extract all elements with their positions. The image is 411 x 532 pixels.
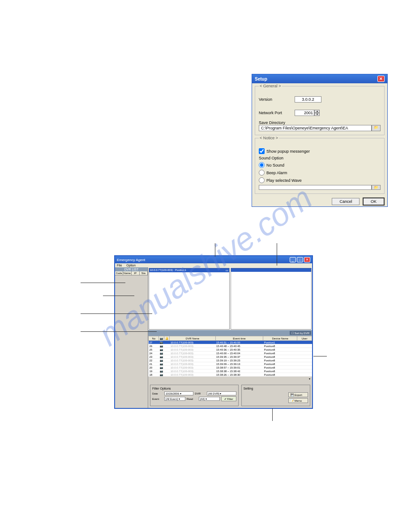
col-sta[interactable]: Sta — [140, 271, 148, 275]
col-ip[interactable]: IP — [132, 271, 140, 275]
port-input[interactable] — [295, 110, 314, 116]
callout-line — [277, 243, 278, 266]
callout-line — [81, 283, 125, 283]
table-row[interactable]: 19📷10.0.0.77(100-003)15:38:38 ~ 15:38:42… — [149, 369, 312, 373]
dvr-label: DVR — [195, 392, 206, 395]
callout-line — [215, 243, 216, 257]
callout-line — [81, 313, 152, 314]
browse-icon[interactable]: 📁 — [372, 125, 381, 131]
wave-browse-icon[interactable]: 📁 — [372, 185, 381, 190]
export-button[interactable]: 💾 Export — [288, 392, 308, 397]
read-label: Read — [187, 398, 197, 400]
setting-panel: Setting 💾 Export 📝 Memo — [241, 385, 310, 406]
read-select[interactable]: [All] ▾ — [199, 397, 220, 401]
filter-title: Filter Options — [152, 387, 236, 390]
filter-button[interactable]: ✔ Filter — [221, 396, 236, 401]
notice-legend: < Notice > — [259, 136, 279, 140]
menu-file[interactable]: File — [117, 264, 122, 267]
savedir-input[interactable]: C:\Program Files\Openeye\Emergency Agent… — [259, 125, 372, 131]
setup-titlebar: Setup ✕ — [252, 74, 387, 83]
th-user[interactable]: User — [297, 336, 312, 341]
grid-toolbar: ☐ Sort by DVR — [148, 330, 312, 336]
col-name[interactable]: Name — [123, 271, 131, 275]
close-icon[interactable]: ✕ — [377, 76, 385, 82]
memo-button[interactable]: 📝 Memo — [288, 398, 308, 403]
table-row[interactable]: 26📷10.0.0.77(100-003)15:40:48 ~ 15:40:45… — [149, 344, 312, 348]
playwave-label: Play selected Wave — [266, 178, 302, 183]
beep-label: Beep Alarm — [266, 171, 287, 175]
sidebar-title: DVR LIST — [115, 267, 148, 271]
menu-option[interactable]: Option — [126, 264, 136, 267]
video1-title: 10.0.0.77(100-003) : Position1 — [150, 269, 186, 272]
table-row[interactable]: 20📷10.0.0.77(100-003)15:38:57 ~ 15:39:01… — [149, 366, 312, 369]
setting-title: Setting — [244, 387, 308, 390]
col-code[interactable]: Code — [115, 271, 123, 275]
version-label: Version — [259, 97, 295, 102]
port-label: Network Port — [259, 111, 295, 115]
setup-dialog: Setup ✕ < General > Version 3.0.0.2 Netw… — [252, 74, 388, 207]
th-no[interactable]: No — [149, 336, 159, 341]
date-select[interactable]: 10/26/2006 ▾ — [164, 391, 193, 395]
event-select[interactable]: [All Event] ▾ — [164, 397, 185, 401]
wave-path-input[interactable] — [259, 185, 372, 190]
th-icon1[interactable]: 📷 — [159, 336, 164, 341]
sort-by-dvr-button[interactable]: ☐ Sort by DVR — [290, 331, 311, 335]
event-table: No 📷 🔔 DVR Name Event time Device Name U… — [148, 336, 312, 377]
table-row[interactable]: 22📷10.0.0.77(100-003)15:39:19 ~ 15:39:23… — [149, 359, 312, 362]
ok-button[interactable]: OK — [363, 197, 385, 206]
emergency-agent-window: Emergency Agent _ □ ✕ File Option DVR LI… — [114, 255, 313, 409]
general-fieldset: < General > Version 3.0.0.2 Network Port… — [255, 86, 385, 135]
table-row[interactable]: 18📷10.0.0.77(100-003)15:38:26 ~ 15:38:30… — [149, 373, 312, 377]
filter-options-panel: Filter Options Date 10/26/2006 ▾ DVR [Al… — [150, 385, 239, 406]
close-icon[interactable]: ✕ — [304, 257, 310, 262]
ea-titlebar: Emergency Agent _ □ ✕ — [115, 256, 312, 263]
table-row[interactable]: 23📷10.0.0.77(100-003)15:39:35 ~ 15:39:37… — [149, 355, 312, 359]
table-row[interactable]: 25📷10.0.0.77(100-003)15:40:36 ~ 15:40:35… — [149, 348, 312, 352]
scroll-indicator-icon[interactable]: ▾ — [309, 377, 310, 382]
maximize-icon[interactable]: □ — [297, 257, 303, 262]
callout-line — [272, 408, 273, 421]
video-panel-1[interactable]: 10.0.0.77(100-003) : Position1 ▭ — [149, 268, 230, 330]
callout-line — [81, 331, 157, 332]
nosound-label: No Sound — [266, 163, 284, 167]
th-dvrname[interactable]: DVR Name — [170, 336, 215, 341]
date-label: Date — [152, 392, 163, 395]
spin-down-icon[interactable]: ▾ — [314, 113, 320, 116]
savedir-label: Save Directory — [259, 120, 381, 125]
nosound-radio[interactable] — [259, 162, 265, 168]
minimize-icon[interactable]: _ — [290, 257, 296, 262]
popup-label: Show popup messenger — [266, 149, 310, 154]
table-row[interactable]: 27📷10.0.0.77(100-003)15:40:51 ~ 15:40:55… — [149, 341, 312, 344]
table-row[interactable]: 24📷10.0.0.77(100-003)15:40:00 ~ 15:40:04… — [149, 352, 312, 355]
table-row[interactable]: 21📷10.0.0.77(100-003)15:39:09 ~ 15:39:13… — [149, 362, 312, 366]
th-devicename[interactable]: Device Name — [263, 336, 297, 341]
ea-menubar: File Option — [115, 263, 312, 267]
notice-fieldset: < Notice > Show popup messenger Sound Op… — [255, 138, 385, 194]
ea-title: Emergency Agent — [117, 258, 145, 262]
port-spinner[interactable]: ▴ ▾ — [295, 110, 321, 116]
dvr-select[interactable]: [All DVR] ▾ — [207, 391, 236, 395]
version-value: 3.0.0.2 — [295, 96, 321, 103]
video-control-icon[interactable]: ▭ — [226, 269, 228, 272]
general-legend: < General > — [259, 84, 282, 88]
video-panel-2[interactable] — [231, 268, 312, 330]
playwave-radio[interactable] — [259, 177, 265, 183]
th-eventtime[interactable]: Event time — [215, 336, 263, 341]
callout-line — [103, 296, 134, 296]
dvr-list-sidebar: DVR LIST Code Name IP Sta — [115, 267, 148, 408]
cancel-button[interactable]: Cancel — [332, 198, 360, 205]
sound-option-label: Sound Option — [259, 156, 381, 160]
setup-title: Setup — [255, 77, 267, 82]
spin-up-icon[interactable]: ▴ — [314, 110, 320, 113]
callout-line — [313, 356, 327, 356]
th-icon2[interactable]: 🔔 — [164, 336, 170, 341]
event-label: Event — [152, 398, 163, 400]
popup-checkbox[interactable] — [259, 148, 265, 154]
beep-radio[interactable] — [259, 170, 265, 176]
